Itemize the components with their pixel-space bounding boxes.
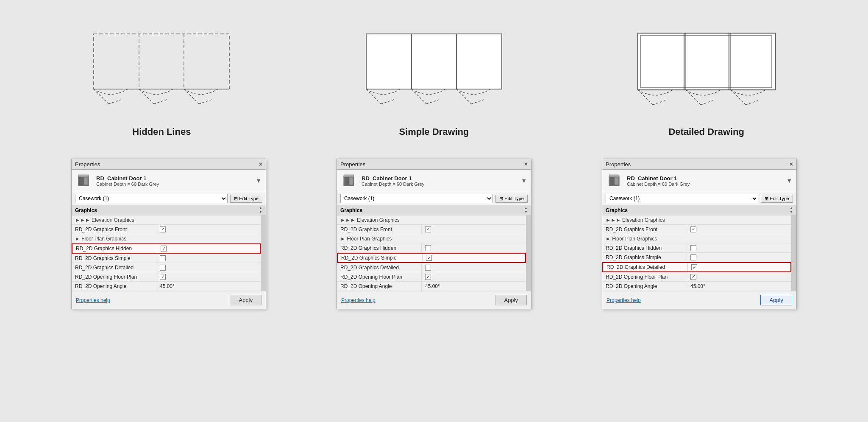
prop-value-0-1 — [156, 225, 261, 234]
apply-btn-1[interactable]: Apply — [495, 295, 527, 305]
prop-row-2-6: RD_2D Opening Floor Plan — [602, 272, 791, 282]
prop-value-1-6 — [422, 272, 526, 281]
scrollbar-0[interactable] — [261, 215, 266, 291]
svg-line-27 — [686, 90, 701, 105]
panel-header-name-1: RD_Cabinet Door 1 — [362, 175, 516, 182]
prop-value-1-5 — [422, 263, 526, 272]
panel-close-btn-1[interactable]: × — [524, 161, 528, 168]
prop-label-0-1: RD_2D Graphics Front — [72, 225, 156, 234]
checkbox-2-5[interactable] — [691, 264, 697, 270]
prop-row-0-0: ►►► Elevation Graphics — [72, 215, 261, 225]
panel-footer-1: Properties help Apply — [337, 291, 531, 309]
prop-section-label-0-2: ► Floor Plan Graphics — [72, 234, 156, 243]
prop-label-1-7: RD_2D Opening Angle — [337, 282, 422, 291]
section-label-0: Graphics — [75, 207, 97, 213]
prop-value-1-7: 45.00° — [422, 282, 526, 291]
checkbox-0-3[interactable] — [161, 246, 167, 252]
checkbox-2-3[interactable] — [690, 245, 696, 251]
checkbox-2-1[interactable] — [690, 226, 696, 232]
scroll-up-2[interactable]: ▲ — [790, 207, 793, 210]
svg-rect-38 — [344, 175, 354, 177]
scroll-down-0[interactable]: ▼ — [259, 210, 262, 214]
checkbox-0-1[interactable] — [160, 226, 166, 232]
edit-type-btn-2[interactable]: ⊞ Edit Type — [761, 195, 793, 203]
prop-row-1-7: RD_2D Opening Angle 45.00° — [337, 282, 526, 291]
panel-dropdown-1[interactable]: Casework (1) — [340, 194, 493, 203]
apply-btn-2[interactable]: Apply — [760, 295, 792, 305]
panel-dropdown-2[interactable]: Casework (1) — [606, 194, 758, 203]
svg-line-16 — [426, 100, 439, 104]
panel-dropdown-0[interactable]: Casework (1) — [75, 194, 228, 203]
panel-header-sub-2: Cabinet Depth = 60 Dark Grey — [627, 182, 781, 187]
svg-line-15 — [412, 89, 426, 104]
panel-header-name-2: RD_Cabinet Door 1 — [627, 175, 781, 182]
scrollbar-1[interactable] — [526, 215, 531, 291]
prop-section-label-0-0: ►►► Elevation Graphics — [72, 215, 156, 224]
panel-header-name-0: RD_Cabinet Door 1 — [96, 175, 250, 182]
checkbox-2-4[interactable] — [690, 254, 696, 260]
scroll-up-0[interactable]: ▲ — [259, 207, 262, 210]
checkbox-0-5[interactable] — [160, 265, 166, 271]
prop-row-1-1: RD_2D Graphics Front — [337, 225, 526, 234]
checkbox-1-1[interactable] — [425, 226, 431, 232]
scroll-up-1[interactable]: ▲ — [524, 207, 528, 210]
prop-label-1-3: RD_2D Graphics Hidden — [337, 243, 422, 252]
prop-row-2-2: ► Floor Plan Graphics — [602, 234, 791, 243]
svg-rect-40 — [610, 177, 614, 185]
svg-line-26 — [653, 101, 665, 105]
scroll-down-1[interactable]: ▼ — [524, 210, 528, 214]
properties-help-link-1[interactable]: Properties help — [341, 297, 376, 303]
diagram-simple-drawing: Simple Drawing — [307, 25, 561, 137]
prop-row-2-4: RD_2D Graphics Simple — [602, 253, 791, 262]
prop-row-2-5: RD_2D Graphics Detailed — [602, 262, 791, 272]
svg-line-3 — [94, 89, 108, 104]
edit-type-btn-1[interactable]: ⊞ Edit Type — [495, 195, 528, 203]
prop-value-1-4 — [423, 254, 525, 262]
section-scroll-btns-0: ▲ ▼ — [259, 207, 262, 214]
prop-section-label-2-2: ► Floor Plan Graphics — [602, 234, 687, 243]
section-header-0: Graphics ▲ ▼ — [72, 205, 266, 215]
checkbox-2-6[interactable] — [690, 274, 696, 280]
checkbox-1-5[interactable] — [425, 265, 431, 271]
properties-panel-0: Properties × RD_Cabinet Door 1 Cabinet D… — [71, 159, 266, 309]
svg-line-5 — [139, 89, 154, 104]
prop-value-0-6 — [156, 272, 261, 281]
prop-row-0-7: RD_2D Opening Angle 45.00° — [72, 282, 261, 291]
panel-title-0: Properties — [75, 161, 100, 168]
checkbox-0-4[interactable] — [160, 255, 166, 261]
prop-row-1-5: RD_2D Graphics Detailed — [337, 263, 526, 272]
svg-line-6 — [154, 100, 167, 104]
prop-label-2-5: RD_2D Graphics Detailed — [603, 263, 688, 271]
checkbox-0-6[interactable] — [160, 274, 166, 280]
properties-help-link-2[interactable]: Properties help — [606, 297, 641, 303]
prop-row-1-3: RD_2D Graphics Hidden — [337, 243, 526, 253]
prop-value-2-5 — [688, 263, 790, 271]
section-scroll-btns-2: ▲ ▼ — [790, 207, 793, 214]
panel-footer-2: Properties help Apply — [602, 291, 796, 309]
scrollbar-2[interactable] — [791, 215, 796, 291]
cabinet-icon-1 — [341, 173, 356, 188]
rows-container-2: ►►► Elevation Graphics RD_2D Graphics Fr… — [602, 215, 796, 291]
section-header-1: Graphics ▲ ▼ — [337, 205, 531, 215]
apply-btn-0[interactable]: Apply — [230, 295, 262, 305]
panel-header-arrow-1: ▼ — [521, 177, 527, 184]
properties-panel-2: Properties × RD_Cabinet Door 1 Cabinet D… — [602, 159, 797, 309]
panel-titlebar-0: Properties × — [72, 159, 266, 170]
svg-line-28 — [701, 101, 713, 105]
panel-close-btn-2[interactable]: × — [790, 161, 793, 168]
panel-close-btn-0[interactable]: × — [259, 161, 262, 168]
svg-rect-33 — [84, 177, 88, 185]
svg-line-13 — [366, 89, 381, 104]
panel-header-info-1: RD_Cabinet Door 1 Cabinet Depth = 60 Dar… — [362, 175, 516, 187]
prop-label-0-7: RD_2D Opening Angle — [72, 282, 156, 291]
scroll-down-2[interactable]: ▼ — [790, 210, 793, 214]
svg-line-29 — [731, 90, 746, 105]
checkbox-1-3[interactable] — [425, 245, 431, 251]
properties-help-link-0[interactable]: Properties help — [76, 297, 110, 303]
prop-row-1-6: RD_2D Opening Floor Plan — [337, 272, 526, 282]
panel-dropdown-row-1: Casework (1) ⊞ Edit Type — [337, 192, 531, 205]
checkbox-1-6[interactable] — [425, 274, 431, 280]
svg-rect-20 — [640, 36, 772, 87]
edit-type-btn-0[interactable]: ⊞ Edit Type — [230, 195, 262, 203]
checkbox-1-4[interactable] — [426, 255, 432, 261]
